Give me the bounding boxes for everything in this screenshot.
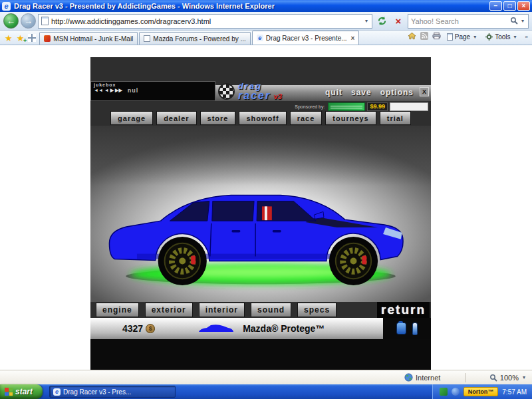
taskbar-item-drag-racer[interactable]: e Drag Racer v3 - Pres... (49, 386, 176, 398)
add-favorite-icon[interactable]: ★+ (15, 33, 27, 45)
tourneys-button[interactable]: tourneys (325, 111, 376, 125)
toolbar-right-group: Page ▾ Tools ▾ » (408, 31, 529, 45)
norton-tray-badge[interactable]: Norton™ (464, 387, 499, 396)
tray-shield-icon[interactable] (440, 388, 448, 396)
home-icon[interactable] (408, 31, 416, 43)
ie-tab-icon: e (257, 35, 263, 41)
status-bar: Internet 100% ▾ (0, 370, 532, 384)
sponsored-by-label: Sponsored by: (295, 104, 325, 109)
page-icon (41, 17, 49, 25)
chevron-down-icon: ▾ (513, 34, 518, 40)
gear-icon (485, 33, 493, 41)
game-logo: drag racer v3 (218, 79, 325, 103)
jukebox-label: jukebox (94, 82, 212, 87)
zoom-magnifier-icon (489, 374, 497, 382)
jukebox-playback-icons[interactable]: ◄◄ ◄ ▶ ▶▶ (94, 88, 122, 93)
tools-menu-button[interactable]: Tools ▾ (483, 33, 519, 41)
security-zone: Internet (404, 373, 440, 382)
tab-label: MSN Hotmail - Junk E-Mail (53, 35, 133, 43)
checkered-flag-icon (218, 83, 235, 100)
taskbar-item-label: Drag Racer v3 - Pres... (63, 388, 131, 396)
sponsor-ad-banner[interactable] (390, 102, 428, 111)
taskbar: start e Drag Racer v3 - Pres... Norton™ … (0, 384, 532, 399)
quit-button[interactable]: quit (325, 88, 342, 97)
chevron-down-icon: ▾ (472, 34, 477, 40)
dealer-button[interactable]: dealer (156, 111, 196, 125)
interior-button[interactable]: interior (199, 303, 245, 317)
tabs-toolbar: ★ ★+ MSN Hotmail - Junk E-Mail Mazda For… (0, 31, 532, 45)
tray-messenger-icon[interactable] (452, 388, 460, 396)
clock[interactable]: 7:57 AM (502, 388, 527, 396)
car-showroom-stage (90, 126, 431, 302)
garage-button[interactable]: garage (110, 111, 153, 125)
forward-button[interactable]: → (21, 13, 36, 29)
sponsor-strip: Sponsored by: $9.99 (243, 102, 428, 112)
ie-icon: e (53, 388, 61, 396)
car-name-label: Mazda® Protege™ (243, 323, 325, 334)
maximize-button[interactable]: □ (503, 1, 516, 11)
money-display: 4327 $ (122, 323, 155, 334)
zoom-dropdown-icon[interactable]: ▾ (521, 374, 527, 380)
back-button[interactable]: ← (3, 13, 19, 29)
feeds-icon[interactable] (420, 31, 428, 43)
window-titlebar: e Drag Racer v3 - Presented by Addicting… (0, 0, 532, 12)
address-field[interactable]: ▾ (38, 14, 372, 29)
search-icon[interactable] (510, 15, 518, 27)
refresh-icon (377, 16, 387, 26)
minimize-button[interactable]: − (489, 1, 502, 11)
print-icon[interactable] (432, 31, 441, 43)
store-button[interactable]: store (200, 111, 236, 125)
window-title: Drag Racer v3 - Presented by AddictingGa… (14, 2, 488, 10)
trial-button[interactable]: trial (380, 111, 411, 125)
zone-label: Internet (416, 374, 440, 382)
windows-logo-icon (5, 388, 13, 396)
game-footer-strip (90, 339, 431, 370)
specs-button[interactable]: specs (297, 303, 336, 317)
tab-drag-racer[interactable]: e Drag Racer v3 - Presente... × (252, 31, 360, 45)
url-input[interactable] (51, 17, 361, 25)
quick-tabs-icon[interactable] (28, 34, 36, 42)
close-tab-icon[interactable]: × (350, 35, 355, 42)
page-menu-icon (447, 33, 453, 41)
logo-word-v3: v3 (274, 92, 282, 100)
tab-mazda-forums[interactable]: Mazda Forums - Powered by ... (139, 32, 251, 45)
stop-button[interactable]: × (391, 14, 406, 29)
search-box[interactable]: ▾ (408, 14, 529, 29)
engine-button[interactable]: engine (96, 303, 139, 317)
search-input[interactable] (411, 17, 508, 25)
sound-button[interactable]: sound (251, 303, 291, 317)
return-button[interactable]: return (377, 302, 430, 318)
showoff-button[interactable]: showoff (239, 111, 286, 125)
refresh-button[interactable] (374, 14, 389, 29)
page-menu-label: Page (455, 33, 470, 41)
save-button[interactable]: save (351, 88, 372, 97)
start-button[interactable]: start (0, 384, 43, 399)
sponsor-price-badge[interactable]: $9.99 (367, 102, 388, 111)
game-close-button[interactable]: X (420, 87, 429, 96)
address-dropdown-icon[interactable]: ▾ (364, 18, 369, 24)
exterior-button[interactable]: exterior (145, 303, 193, 317)
address-toolbar: ← → ▾ × (0, 12, 532, 31)
favorites-icon[interactable]: ★ (3, 33, 15, 45)
start-label: start (15, 387, 33, 396)
sponsor-ad-banner[interactable] (328, 102, 365, 111)
money-bag-icon: $ (146, 324, 155, 333)
page-content: jukebox ◄◄ ◄ ▶ ▶▶ nul drag racer v3 quit… (0, 45, 532, 370)
options-button[interactable]: options (380, 88, 414, 97)
forward-arrow-icon: → (24, 16, 33, 26)
close-button[interactable]: × (517, 1, 530, 11)
page-menu-button[interactable]: Page ▾ (445, 33, 479, 41)
money-amount: 4327 (122, 323, 143, 334)
nitrous-bottle-icon[interactable] (412, 323, 418, 335)
race-button[interactable]: race (290, 111, 323, 125)
game-main-nav: garage dealer store showoff race tourney… (90, 111, 431, 125)
nitrous-jug-icon[interactable] (396, 323, 406, 334)
search-dropdown-icon[interactable]: ▾ (520, 18, 525, 24)
zoom-control[interactable]: 100% ▾ (489, 374, 527, 382)
jukebox-panel[interactable]: jukebox ◄◄ ◄ ▶ ▶▶ nul (90, 81, 215, 101)
system-tray: Norton™ 7:57 AM (432, 384, 532, 399)
tab-label: Drag Racer v3 - Presente... (266, 35, 347, 42)
toolbar-overflow-icon[interactable]: » (524, 34, 529, 40)
game-canvas: jukebox ◄◄ ◄ ▶ ▶▶ nul drag racer v3 quit… (90, 57, 431, 370)
tab-msn-hotmail[interactable]: MSN Hotmail - Junk E-Mail (39, 32, 138, 45)
